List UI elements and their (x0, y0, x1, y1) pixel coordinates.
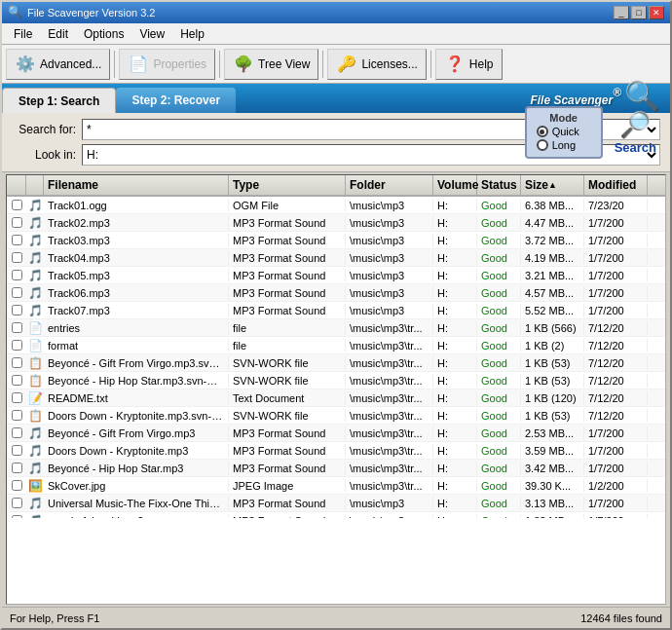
list-item[interactable]: 🎵 Track06.mp3 MP3 Format Sound \music\mp… (7, 284, 665, 302)
row-checkbox[interactable] (7, 252, 26, 263)
help-icon: ❓ (444, 54, 466, 75)
list-item[interactable]: 📋 Beyoncé - Hip Hop Star.mp3.svn-work SV… (7, 372, 665, 389)
row-checkbox[interactable] (7, 322, 26, 333)
help-text: For Help, Press F1 (10, 612, 99, 624)
row-checkbox[interactable] (7, 392, 26, 403)
list-item[interactable]: 📝 README.txt Text Document \music\mp3\tr… (7, 389, 665, 407)
row-checkbox[interactable] (7, 480, 26, 491)
row-checkbox[interactable] (7, 357, 26, 368)
list-item[interactable]: 📋 Doors Down - Kryptonite.mp3.svn-w... S… (7, 407, 665, 425)
row-type: file (229, 321, 346, 335)
row-modified: 1/7/200 (584, 304, 648, 317)
search-button[interactable]: 🔎 Search (611, 106, 660, 159)
row-status: Good (477, 391, 521, 405)
row-modified: 1/7/200 (584, 286, 648, 300)
header-size[interactable]: Size ▲ (521, 175, 584, 195)
row-modified: 1/7/200 (584, 514, 648, 519)
row-volume: H: (433, 234, 477, 247)
row-modified: 7/12/20 (584, 391, 648, 405)
header-type[interactable]: Type (229, 175, 346, 195)
header-filename[interactable]: Filename (44, 175, 229, 195)
mode-search-area: Mode Quick Long 🔎 Search (525, 106, 660, 159)
mode-long-row[interactable]: Long (537, 139, 591, 151)
mode-quick-row[interactable]: Quick (537, 126, 591, 137)
row-checkbox[interactable] (7, 375, 26, 386)
row-checkbox[interactable] (7, 200, 26, 210)
tree-view-icon: 🌳 (233, 54, 254, 75)
list-item[interactable]: 🎵 Beyoncé - Hip Hop Star.mp3 MP3 Format … (7, 460, 665, 477)
row-checkbox[interactable] (7, 217, 26, 228)
header-volume[interactable]: Volume (433, 175, 477, 195)
list-item[interactable]: 📄 entries file \music\mp3\tr... H: Good … (7, 319, 665, 337)
list-item[interactable]: 🎵 Track05.mp3 MP3 Format Sound \music\mp… (7, 267, 665, 284)
row-folder: \music\mp3\tr... (346, 479, 433, 493)
row-checkbox[interactable] (7, 270, 26, 280)
list-item[interactable]: 🎵 Track01.ogg OGM File \music\mp3 H: Goo… (7, 197, 665, 214)
menu-file[interactable]: File (6, 25, 40, 43)
row-size: 4.19 MB... (521, 251, 584, 265)
header-status[interactable]: Status (477, 175, 521, 195)
row-icon: 📋 (26, 356, 44, 370)
row-checkbox[interactable] (7, 463, 26, 473)
row-checkbox[interactable] (7, 427, 26, 438)
list-item[interactable]: 🎵 Beyoncé - Gift From Virgo.mp3 MP3 Form… (7, 425, 665, 442)
row-volume: H: (433, 497, 477, 510)
menu-edit[interactable]: Edit (40, 25, 76, 43)
menu-help[interactable]: Help (172, 25, 212, 43)
help-button[interactable]: ❓ Help (435, 49, 503, 80)
row-folder: \music\mp3\tr... (346, 426, 433, 440)
row-size: 6.38 MB... (521, 199, 584, 212)
row-checkbox[interactable] (7, 340, 26, 351)
row-filename: Beyoncé - Gift From Virgo.mp3 (44, 426, 229, 440)
row-folder: \music\mp3 (346, 286, 433, 300)
tab-step2[interactable]: Step 2: Recover (116, 88, 236, 113)
maximize-button[interactable]: □ (631, 6, 647, 19)
row-filename: wonderfulworld.mp3 (44, 514, 229, 519)
list-item[interactable]: 🎵 Track07.mp3 MP3 Format Sound \music\mp… (7, 302, 665, 319)
list-item[interactable]: 📋 Beyoncé - Gift From Virgo.mp3.svn-... … (7, 354, 665, 372)
list-item[interactable]: 🎵 Doors Down - Kryptonite.mp3 MP3 Format… (7, 442, 665, 460)
row-checkbox[interactable] (7, 287, 26, 298)
tree-view-button[interactable]: 🌳 Tree View (224, 49, 318, 80)
row-filename: Track03.mp3 (44, 234, 229, 247)
help-label: Help (469, 57, 494, 71)
header-modified[interactable]: Modified (584, 175, 648, 195)
list-item[interactable]: 🎵 wonderfulworld.mp3 MP3 Format Sound \m… (7, 512, 665, 518)
row-checkbox[interactable] (7, 410, 26, 421)
list-item[interactable]: 🎵 Track02.mp3 MP3 Format Sound \music\mp… (7, 214, 665, 232)
mode-long-label: Long (552, 139, 576, 151)
row-modified: 1/7/200 (584, 444, 648, 458)
list-item[interactable]: 🖼️ SkCover.jpg JPEG Image \music\mp3\tr.… (7, 477, 665, 495)
licenses-button[interactable]: 🔑 Licenses... (327, 49, 426, 80)
tab-step2-label: Step 2: Recover (131, 93, 220, 107)
row-status: Good (477, 304, 521, 317)
menu-options[interactable]: Options (76, 25, 131, 43)
advanced-icon: ⚙️ (15, 54, 36, 75)
row-checkbox[interactable] (7, 305, 26, 315)
list-item[interactable]: 🎵 Track04.mp3 MP3 Format Sound \music\mp… (7, 249, 665, 267)
list-body[interactable]: 🎵 Track01.ogg OGM File \music\mp3 H: Goo… (7, 197, 665, 518)
row-checkbox[interactable] (7, 498, 26, 508)
row-checkbox[interactable] (7, 445, 26, 456)
advanced-button[interactable]: ⚙️ Advanced... (6, 49, 110, 80)
row-type: MP3 Format Sound (229, 251, 346, 265)
row-type: JPEG Image (229, 479, 346, 493)
radio-quick-dot (540, 130, 544, 134)
minimize-button[interactable]: _ (614, 6, 629, 19)
row-volume: H: (433, 269, 477, 282)
row-checkbox[interactable] (7, 515, 26, 518)
tab-step1[interactable]: Step 1: Search (2, 88, 116, 113)
toolbar: ⚙️ Advanced... 📄 Properties 🌳 Tree View … (2, 45, 670, 84)
row-volume: H: (433, 479, 477, 493)
properties-button[interactable]: 📄 Properties (119, 49, 215, 80)
row-checkbox[interactable] (7, 235, 26, 245)
list-item[interactable]: 🎵 Track03.mp3 MP3 Format Sound \music\mp… (7, 232, 665, 249)
radio-quick[interactable] (537, 126, 548, 137)
close-button[interactable]: ✕ (649, 6, 664, 19)
menu-view[interactable]: View (131, 25, 172, 43)
row-folder: \music\mp3 (346, 497, 433, 510)
radio-long[interactable] (537, 139, 548, 151)
header-folder[interactable]: Folder (346, 175, 433, 195)
list-item[interactable]: 🎵 Universal Music-The Fixx-One Thing ...… (7, 495, 665, 512)
list-item[interactable]: 📄 format file \music\mp3\tr... H: Good 1… (7, 337, 665, 354)
